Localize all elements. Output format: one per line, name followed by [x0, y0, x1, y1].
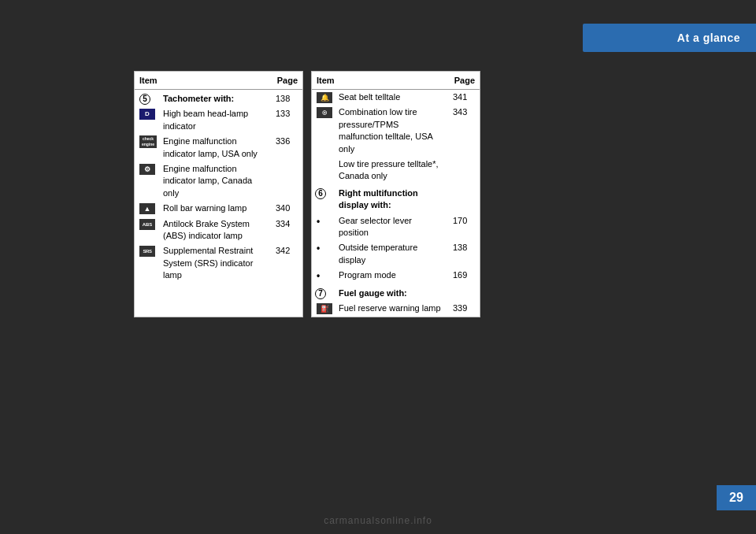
item-text: High beam head-lamp indicator — [158, 106, 271, 134]
item-page: 170 — [448, 213, 480, 241]
table-row: SRS Supplemental Restraint System (SRS) … — [135, 243, 302, 283]
item-page — [448, 157, 480, 184]
srs-icon: SRS — [139, 246, 155, 257]
engine-mal-canada-icon: ⚙ — [139, 164, 155, 175]
tpms-icon: ◎ — [317, 107, 332, 118]
watermark: carmanualsonline.info — [324, 515, 432, 526]
item-page: 341 — [448, 90, 480, 106]
section-page: 138 — [271, 90, 302, 107]
item-page — [271, 161, 302, 201]
header-title: At a glance — [677, 32, 740, 44]
item-text: Outside temperature display — [334, 240, 448, 268]
table-row: • Outside temperature display 138 — [312, 240, 480, 268]
high-beam-icon: D — [139, 109, 155, 120]
section-label: Tachometer with: — [158, 90, 271, 107]
item-text: Antilock Brake System (ABS) indicator la… — [158, 217, 271, 244]
item-page: 339 — [448, 301, 480, 316]
table-row: ⛽ Fuel reserve warning lamp 339 — [312, 301, 480, 316]
section-page — [448, 184, 480, 213]
item-text: Seat belt telltale — [334, 90, 448, 106]
right-table: Item Page 🔔 Seat belt telltale 341 ◎ — [311, 71, 480, 317]
table-row: 5 Tachometer with: 138 — [135, 90, 302, 107]
item-text: Engine malfunction indicator lamp, Canad… — [158, 161, 271, 201]
tables-container: Item Page 5 Tachometer with: 138 D — [134, 71, 480, 317]
item-page: 342 — [271, 243, 302, 283]
table-row: 7 Fuel gauge with: — [312, 284, 480, 301]
item-page: 343 — [448, 105, 480, 157]
fuel-icon: ⛽ — [317, 303, 332, 314]
item-page: 169 — [448, 268, 480, 284]
roll-bar-icon: ▲ — [139, 203, 155, 214]
page-number: 29 — [717, 485, 756, 510]
item-text: Combination low tire pressure/TPMS malfu… — [334, 105, 448, 157]
item-text: Gear selector lever position — [334, 213, 448, 241]
item-text: Program mode — [334, 268, 448, 284]
table-row: ▲ Roll bar warning lamp 340 — [135, 201, 302, 216]
table-row: • Gear selector lever position 170 — [312, 213, 480, 241]
item-text: Supplemental Restraint System (SRS) indi… — [158, 243, 271, 283]
left-col-item-header: Item — [135, 72, 271, 90]
section-label: Right multifunction display with: — [334, 184, 448, 213]
item-page: 334 — [271, 217, 302, 244]
left-table: Item Page 5 Tachometer with: 138 D — [134, 71, 303, 317]
table-row: ⚙ Engine malfunction indicator lamp, Can… — [135, 161, 302, 201]
item-text: Fuel reserve warning lamp — [334, 301, 448, 316]
right-col-item-header: Item — [312, 72, 448, 90]
section-number: 5 — [139, 94, 150, 105]
section-label: Fuel gauge with: — [334, 284, 448, 301]
item-page: 138 — [448, 240, 480, 268]
abs-icon: ABS — [139, 219, 155, 230]
table-row: ◎ Combination low tire pressure/TPMS mal… — [312, 105, 480, 157]
bullet-icon: • — [317, 243, 320, 254]
header-bar: At a glance — [583, 24, 756, 52]
section-number: 6 — [315, 188, 326, 199]
section-number: 7 — [315, 288, 326, 299]
seat-belt-icon: 🔔 — [317, 92, 332, 103]
right-col-page-header: Page — [448, 72, 480, 90]
table-row: • Program mode 169 — [312, 268, 480, 284]
item-text: Roll bar warning lamp — [158, 201, 271, 216]
item-page: 340 — [271, 201, 302, 216]
item-text: Engine malfunction indicator lamp, USA o… — [158, 134, 271, 161]
bullet-icon: • — [317, 216, 320, 227]
table-row: D High beam head-lamp indicator 133 — [135, 106, 302, 134]
item-page: 336 — [271, 134, 302, 161]
section-page — [448, 284, 480, 301]
table-row: 6 Right multifunction display with: — [312, 184, 480, 213]
table-row: Low tire pressure telltale*, Canada only — [312, 157, 480, 184]
table-row: 🔔 Seat belt telltale 341 — [312, 90, 480, 106]
table-row: checkengine Engine malfunction indicator… — [135, 134, 302, 161]
left-col-page-header: Page — [271, 72, 302, 90]
table-row: ABS Antilock Brake System (ABS) indicato… — [135, 217, 302, 244]
engine-mal-usa-icon: checkengine — [139, 135, 157, 148]
bullet-icon: • — [317, 270, 320, 281]
item-page: 133 — [271, 106, 302, 134]
item-text: Low tire pressure telltale*, Canada only — [334, 157, 448, 184]
